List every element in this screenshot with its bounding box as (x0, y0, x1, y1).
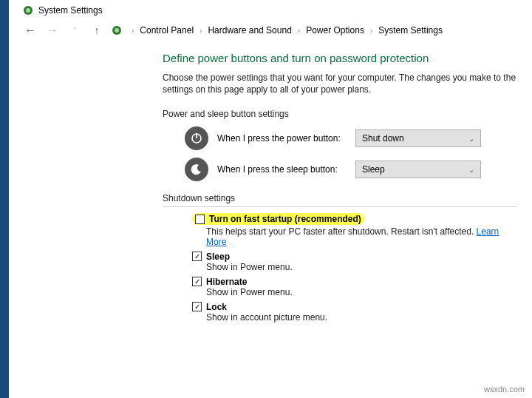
svg-point-3 (115, 28, 119, 33)
power-options-icon (22, 4, 34, 16)
chevron-right-icon[interactable]: › (367, 27, 375, 35)
fast-startup-description: This helps start your PC faster after sh… (206, 226, 517, 247)
lock-description: Show in account picture menu. (206, 312, 517, 323)
navbar: ← → ˅ ↑ › Control Panel › Hardware and S… (0, 19, 532, 44)
shutdown-settings: Shutdown settings Turn on fast startup (… (163, 193, 517, 323)
up-button[interactable]: ↑ (89, 22, 105, 38)
sleep-button-row: When I press the sleep button: Sleep ⌄ (185, 158, 517, 181)
chevron-down-icon: ⌄ (468, 135, 474, 143)
sleep-button-label: When I press the sleep button: (217, 164, 347, 175)
breadcrumb: › Control Panel › Hardware and Sound › P… (129, 24, 444, 37)
fast-startup-checkbox[interactable] (195, 215, 205, 224)
forward-button[interactable]: → (44, 22, 61, 38)
fast-startup-option: Turn on fast startup (recommended) This … (192, 213, 517, 247)
hibernate-description: Show in Power menu. (206, 287, 517, 297)
sleep-checkbox[interactable]: ✓ (192, 252, 202, 261)
breadcrumb-icon (111, 24, 123, 36)
hibernate-label: Hibernate (206, 277, 247, 287)
highlight-marker: Turn on fast startup (recommended) (192, 213, 364, 225)
sleep-button-select[interactable]: Sleep ⌄ (355, 161, 481, 178)
hibernate-option: ✓ Hibernate Show in Power menu. (192, 277, 517, 297)
chevron-right-icon[interactable]: › (197, 27, 205, 35)
power-button-row: When I press the power button: Shut down… (185, 127, 517, 150)
watermark: wsxdn.com (484, 385, 525, 394)
page-title: Define power buttons and turn on passwor… (163, 52, 517, 64)
lock-option: ✓ Lock Show in account picture menu. (192, 302, 517, 323)
sleep-button-value: Sleep (362, 164, 385, 175)
sleep-icon (185, 158, 208, 181)
lock-label: Lock (206, 302, 227, 312)
sleep-label: Sleep (206, 252, 230, 262)
lock-checkbox[interactable]: ✓ (192, 302, 202, 311)
shutdown-settings-label: Shutdown settings (163, 193, 517, 207)
content-area: Define power buttons and turn on passwor… (0, 44, 532, 342)
window-title: System Settings (38, 5, 103, 16)
power-icon (185, 127, 208, 150)
breadcrumb-item[interactable]: System Settings (377, 24, 444, 37)
window-edge (0, 0, 9, 398)
breadcrumb-item[interactable]: Control Panel (138, 24, 195, 37)
breadcrumb-item[interactable]: Power Options (304, 24, 366, 37)
chevron-right-icon[interactable]: › (129, 27, 137, 35)
titlebar: System Settings (0, 0, 532, 19)
sleep-option: ✓ Sleep Show in Power menu. (192, 252, 517, 272)
back-button[interactable]: ← (22, 22, 38, 38)
svg-point-1 (26, 8, 30, 13)
button-settings-label: Power and sleep button settings (163, 109, 517, 119)
recent-dropdown[interactable]: ˅ (66, 22, 83, 38)
power-button-select[interactable]: Shut down ⌄ (355, 129, 481, 147)
fast-startup-label: Turn on fast startup (recommended) (209, 214, 361, 224)
sleep-description: Show in Power menu. (206, 262, 517, 272)
power-button-label: When I press the power button: (217, 133, 347, 144)
power-button-value: Shut down (362, 133, 404, 144)
hibernate-checkbox[interactable]: ✓ (192, 277, 202, 286)
chevron-right-icon[interactable]: › (295, 27, 303, 35)
page-description: Choose the power settings that you want … (163, 72, 517, 95)
chevron-down-icon: ⌄ (468, 166, 474, 174)
breadcrumb-item[interactable]: Hardware and Sound (206, 24, 293, 37)
